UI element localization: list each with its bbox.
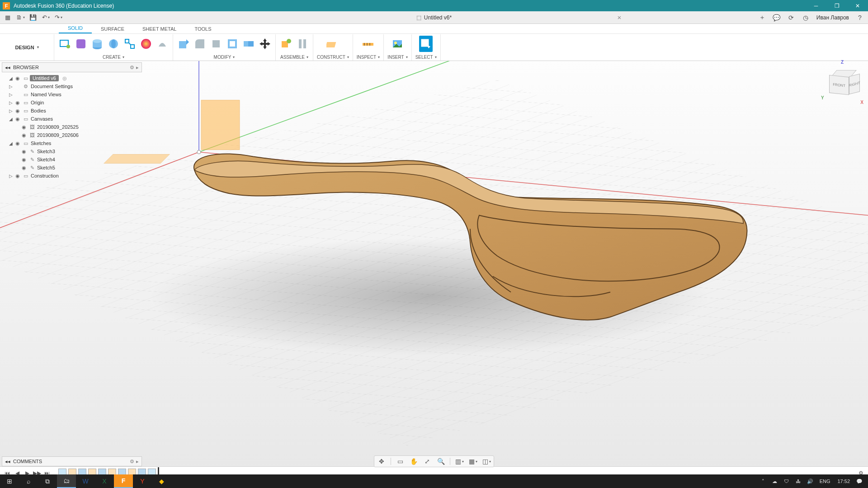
visibility-icon[interactable]: ◉ <box>14 100 22 106</box>
tree-item[interactable]: ▷⚙Document Settings <box>2 82 142 90</box>
extrude-button[interactable] <box>90 36 104 52</box>
tab-close-button[interactable]: × <box>618 14 622 21</box>
visibility-icon[interactable]: ◉ <box>20 149 28 155</box>
visibility-icon[interactable]: ◉ <box>14 141 22 146</box>
move-button[interactable] <box>258 36 272 52</box>
tab-surface[interactable]: SURFACE <box>92 24 133 33</box>
new-design-button[interactable]: ＋ <box>756 12 769 23</box>
zoom-button[interactable]: ⤢ <box>423 457 432 466</box>
comments-settings-icon[interactable]: ⚙ <box>130 459 134 465</box>
browser-header[interactable]: ◂◂ BROWSER ⚙ ▸ <box>2 62 142 72</box>
joint-button[interactable] <box>296 36 309 52</box>
tab-tools[interactable]: TOOLS <box>185 24 220 33</box>
save-button[interactable]: 💾 <box>27 12 39 23</box>
measure-button[interactable] <box>361 36 375 52</box>
expand-icon[interactable]: ▷ <box>8 84 14 89</box>
visibility-icon[interactable]: ◉ <box>20 124 28 130</box>
sweep-button[interactable] <box>123 36 137 52</box>
file-menu-button[interactable]: 🗎 <box>14 12 26 23</box>
fillet-button[interactable] <box>193 36 207 52</box>
tray-volume-icon[interactable]: 🔊 <box>805 479 815 484</box>
tree-item[interactable]: ◉✎Sketch4 <box>2 155 142 164</box>
tree-item[interactable]: ◉🖼20190809_202606 <box>2 131 142 139</box>
expand-icon[interactable]: ▷ <box>8 174 14 178</box>
create-dropdown[interactable]: CREATE <box>103 55 124 61</box>
viewcube-front[interactable]: FRONT <box>829 75 849 95</box>
grid-settings-button[interactable]: ▦ <box>468 457 477 466</box>
revolve-button[interactable] <box>107 36 120 52</box>
task-view-button[interactable]: ⧉ <box>38 474 57 488</box>
tab-sheet-metal[interactable]: SHEET METAL <box>133 24 185 33</box>
notifications-button[interactable]: ⟳ <box>785 12 797 23</box>
create-form-button[interactable] <box>74 36 88 52</box>
user-menu[interactable]: Иван Лавров <box>814 14 852 21</box>
activate-icon[interactable]: ◎ <box>61 75 69 81</box>
expand-icon[interactable]: ▷ <box>8 108 14 113</box>
tray-defender-icon[interactable]: 🛡 <box>782 479 792 484</box>
combine-button[interactable] <box>242 36 255 52</box>
rib-button[interactable] <box>156 36 169 52</box>
job-status-button[interactable]: ◷ <box>799 12 812 23</box>
pan-button[interactable]: ✋ <box>409 457 418 466</box>
viewcube[interactable]: Z FRONT RIGHT X Y <box>827 68 859 99</box>
tree-item[interactable]: ▷◉▭Construction <box>2 172 142 180</box>
taskbar-excel[interactable]: X <box>95 474 114 488</box>
taskbar-app[interactable]: ◆ <box>152 474 171 488</box>
data-panel-button[interactable]: ▦ <box>2 12 14 23</box>
tray-language[interactable]: ENG <box>817 479 833 484</box>
select-dropdown[interactable]: SELECT <box>415 55 437 61</box>
new-component-button[interactable] <box>279 36 293 52</box>
visibility-icon[interactable]: ◉ <box>14 75 22 81</box>
select-button[interactable] <box>419 36 433 52</box>
tree-item[interactable]: ▷▭Named Views <box>2 90 142 99</box>
visibility-icon[interactable]: ◉ <box>14 108 22 114</box>
insert-decal-button[interactable] <box>391 36 404 52</box>
taskbar-yandex[interactable]: Y <box>133 474 152 488</box>
shell-button[interactable] <box>226 36 239 52</box>
tree-item[interactable]: ◢◉▭Sketches <box>2 139 142 147</box>
expand-icon[interactable]: ▷ <box>8 92 14 97</box>
viewport-layout-button[interactable]: ◫ <box>482 457 491 466</box>
tree-root[interactable]: ◢ ◉ ▭ Untitled v6 ◎ <box>2 74 142 82</box>
undo-button[interactable]: ↶ <box>40 12 52 23</box>
modify-dropdown[interactable]: MODIFY <box>214 55 235 61</box>
expand-icon[interactable]: ▷ <box>8 100 14 105</box>
comments-expand-icon[interactable]: ▸ <box>136 459 139 465</box>
tray-action-center-icon[interactable]: 💬 <box>854 479 864 484</box>
document-tab[interactable]: ⬚ Untitled v6* <box>416 14 452 21</box>
collapse-icon[interactable]: ◂◂ <box>5 65 10 70</box>
tree-item[interactable]: ◉✎Sketch3 <box>2 147 142 155</box>
loft-button[interactable] <box>139 36 153 52</box>
help-button[interactable]: ? <box>854 12 866 23</box>
tray-clock[interactable]: 17:52 <box>835 479 853 484</box>
assemble-dropdown[interactable]: ASSEMBLE <box>280 55 308 61</box>
close-button[interactable]: ✕ <box>847 0 868 11</box>
chamfer-button[interactable] <box>209 36 223 52</box>
tree-item[interactable]: ▷◉▭Bodies <box>2 107 142 115</box>
taskbar-explorer[interactable]: 🗂 <box>57 474 76 488</box>
look-at-button[interactable]: ▭ <box>396 457 405 466</box>
visibility-icon[interactable]: ◉ <box>20 165 28 171</box>
orbit-button[interactable]: ✥ <box>377 457 386 466</box>
minimize-button[interactable]: ─ <box>806 0 826 11</box>
new-sketch-button[interactable] <box>58 36 71 52</box>
comments-header[interactable]: ◂◂ COMMENTS ⚙ ▸ <box>2 456 142 466</box>
maximize-button[interactable]: ❐ <box>826 0 847 11</box>
expand-icon[interactable]: ◢ <box>8 117 14 122</box>
tray-network-icon[interactable]: 🖧 <box>793 479 803 484</box>
construct-dropdown[interactable]: CONSTRUCT <box>317 55 349 61</box>
visibility-icon[interactable]: ◉ <box>20 132 28 138</box>
fit-button[interactable]: 🔍 <box>436 457 445 466</box>
tree-item[interactable]: ◢◉▭Canvases <box>2 115 142 123</box>
search-button[interactable]: ⌕ <box>19 474 38 488</box>
visibility-icon[interactable]: ◉ <box>20 157 28 163</box>
tree-item[interactable]: ◉✎Sketch5 <box>2 164 142 172</box>
viewcube-right[interactable]: RIGHT <box>849 74 860 94</box>
extensions-button[interactable]: 💬 <box>770 12 783 23</box>
tab-solid[interactable]: SOLID <box>59 23 92 33</box>
inspect-dropdown[interactable]: INSPECT <box>357 55 380 61</box>
construction-plane-button[interactable] <box>326 36 340 52</box>
tray-overflow-button[interactable]: ˄ <box>758 479 768 484</box>
expand-icon[interactable]: ◢ <box>8 76 14 81</box>
press-pull-button[interactable] <box>177 36 190 52</box>
